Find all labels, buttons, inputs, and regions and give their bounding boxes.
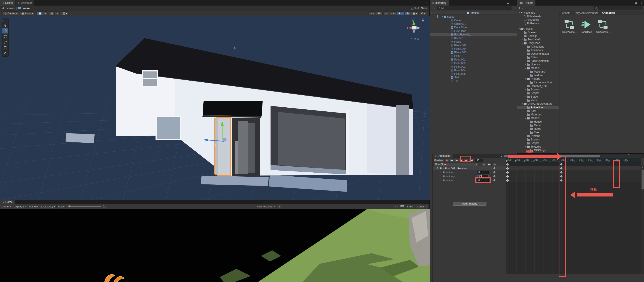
property-row[interactable]: ▾ FirstFloor.001 : Rotation: [433, 166, 506, 170]
expand-arrow-icon[interactable]: ▾: [521, 103, 524, 105]
project-folder-row[interactable]: Texture: [517, 73, 559, 77]
grid-visibility-dropdown[interactable]: [55, 11, 59, 15]
tab-game[interactable]: Game: [0, 200, 15, 204]
camera-settings-dropdown[interactable]: [411, 11, 418, 15]
hierarchy-item[interactable]: Point.002: [430, 61, 517, 65]
tool-rotate[interactable]: [2, 34, 8, 39]
hierarchy-item[interactable]: Point.001: [430, 58, 517, 61]
expand-arrow-icon[interactable]: ▸: [521, 38, 524, 41]
clip-dropdown[interactable]: DoorOpen: [434, 162, 478, 166]
game-menu-icon[interactable]: [425, 201, 428, 203]
breadcrumb-assets[interactable]: Assets: [562, 11, 570, 14]
hierarchy-item[interactable]: Point.003: [430, 65, 517, 69]
property-row[interactable]: Rotation.x 0: [433, 170, 506, 174]
add-keyframe-button[interactable]: ◆+: [487, 162, 492, 166]
project-folder-row[interactable]: Animations: [517, 45, 559, 48]
hierarchy-item[interactable]: ▾ house: [430, 15, 517, 18]
x-axis-cone[interactable]: [408, 26, 412, 29]
project-folder-row[interactable]: All Prefabs: [517, 22, 559, 25]
scene-audio-button[interactable]: [390, 11, 396, 15]
keyframe-toggle-icon[interactable]: [494, 179, 496, 181]
project-folder-row[interactable]: House: [517, 120, 559, 124]
mute-audio-button[interactable]: [276, 204, 282, 209]
expand-arrow-icon[interactable]: ▾: [518, 12, 520, 14]
project-folder-row[interactable]: ▾ UnityChan: [517, 41, 559, 45]
project-folder-row[interactable]: ▸ Stage: [517, 95, 559, 99]
current-frame-field[interactable]: 30: [475, 159, 483, 162]
hierarchy-item[interactable]: Cube: [430, 18, 517, 22]
gizmos-dropdown[interactable]: [420, 11, 427, 15]
tab-animator[interactable]: Animator: [16, 0, 34, 5]
create-dropdown-icon[interactable]: [434, 7, 436, 9]
scene-lighting-button[interactable]: [384, 11, 389, 15]
tool-hand[interactable]: [2, 22, 8, 28]
project-folder-row[interactable]: Scenes: [517, 31, 559, 34]
prev-frame-button[interactable]: [454, 158, 459, 162]
project-folder-row[interactable]: Rocks: [517, 127, 559, 131]
project-folder-row[interactable]: Scenes: [517, 138, 559, 141]
project-folder-row[interactable]: ▾ Models: [517, 116, 559, 120]
hierarchy-item[interactable]: TV: [430, 79, 517, 83]
tool-move[interactable]: [2, 28, 8, 33]
hierarchy-item[interactable]: FirstFloor.001: [430, 33, 517, 36]
last-frame-button[interactable]: [469, 158, 474, 162]
toolstrip-grab-handle[interactable]: [2, 20, 3, 22]
shading-mode-dropdown[interactable]: [368, 11, 375, 15]
project-folder-row[interactable]: Voice: [517, 99, 559, 102]
asset-item[interactable]: UnityChan...: [595, 19, 611, 33]
project-folder-row[interactable]: Animation: [517, 106, 559, 109]
pivot-dropdown[interactable]: Center: [3, 11, 19, 15]
breadcrumb-current[interactable]: house: [22, 7, 30, 10]
add-property-button[interactable]: Add Property: [453, 202, 486, 206]
property-value-field[interactable]: 0: [478, 171, 489, 174]
tab-animation[interactable]: Animation: [433, 154, 453, 158]
play-button[interactable]: [459, 158, 464, 162]
project-search-input[interactable]: [594, 6, 642, 10]
expand-arrow-icon[interactable]: ▸: [524, 88, 527, 91]
toggle-2d-button[interactable]: 2D: [376, 11, 383, 15]
project-folder-row[interactable]: Scripts: [517, 91, 559, 95]
breadcrumb-scenes[interactable]: Scenes: [6, 7, 14, 10]
expand-arrow-icon[interactable]: ▾: [434, 167, 436, 169]
project-menu-icon[interactable]: [640, 1, 643, 4]
game-gizmos-dropdown[interactable]: Gizmos: [414, 204, 428, 209]
lock-icon[interactable]: [422, 20, 424, 21]
orientation-gizmo[interactable]: ≡ y x: [402, 17, 427, 37]
scene-menu-icon[interactable]: [425, 1, 428, 4]
orientation-dropdown[interactable]: Local: [20, 11, 35, 15]
keyframe-toggle-icon[interactable]: [494, 171, 496, 173]
project-folder-row[interactable]: Scripts: [517, 141, 559, 145]
project-folder-row[interactable]: for Locomotion: [517, 81, 559, 84]
project-folder-row[interactable]: ▾ UnityChanAdventure: [517, 102, 559, 106]
project-folder-row[interactable]: ReadMe_Old: [517, 84, 559, 88]
hierarchy-item[interactable]: Door.Slide: [430, 26, 517, 29]
create-button[interactable]: [431, 6, 433, 9]
hierarchy-item[interactable]: Cube.001: [430, 22, 517, 26]
timeline-ruler[interactable]: 0:000:050:100:150:200:250:300:350:400:45…: [506, 158, 641, 162]
game-target-dropdown[interactable]: Game: [0, 204, 12, 209]
project-folder-row[interactable]: Font: [517, 109, 559, 113]
scale-slider[interactable]: [68, 206, 101, 207]
gizmo-center-cube[interactable]: [412, 26, 416, 29]
snap-increment-button[interactable]: [61, 11, 68, 15]
tool-transform[interactable]: [2, 50, 8, 56]
keyboard-button[interactable]: [399, 204, 406, 209]
hierarchy-item[interactable]: Plane: [430, 40, 517, 43]
game-viewport[interactable]: [0, 209, 430, 282]
hierarchy-item[interactable]: FirstFloor: [430, 29, 517, 33]
expand-arrow-icon[interactable]: ▾: [441, 16, 444, 18]
expand-arrow-icon[interactable]: ▾: [518, 28, 520, 30]
grid-snap-dropdown[interactable]: [43, 11, 48, 15]
audio-button[interactable]: [394, 204, 399, 209]
display-dropdown[interactable]: Display 1: [12, 204, 28, 209]
grid-snap-button[interactable]: [37, 11, 43, 15]
project-folder-row[interactable]: ▸ License: [517, 63, 559, 66]
keyframe-toggle-icon[interactable]: [494, 167, 496, 169]
project-folder-row[interactable]: ▾ Prefabs: [517, 77, 559, 81]
hierarchy-item[interactable]: Plane.005: [430, 51, 517, 54]
lock-icon[interactable]: [507, 2, 509, 5]
expand-arrow-icon[interactable]: ▾: [524, 145, 527, 148]
project-folder-row[interactable]: ▾ Favorites: [517, 11, 559, 14]
stats-button[interactable]: Stats: [406, 204, 414, 209]
filter-by-selection-button[interactable]: [482, 162, 486, 166]
